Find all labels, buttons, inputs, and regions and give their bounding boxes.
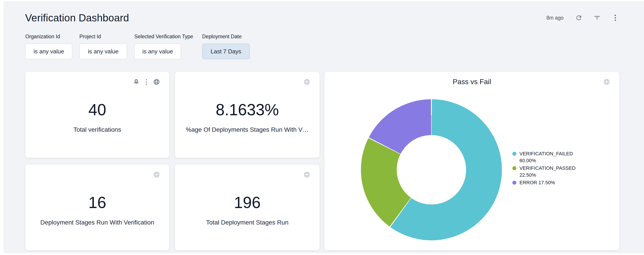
kpi-value: 40 — [25, 100, 169, 119]
globe-icon[interactable] — [303, 171, 311, 178]
header-controls: 8m ago — [546, 14, 619, 22]
tile-actions — [132, 78, 160, 86]
legend-swatch-icon — [512, 152, 516, 156]
filter-button[interactable] — [593, 14, 601, 22]
legend-swatch-icon — [512, 181, 516, 185]
bell-plus-icon[interactable] — [132, 78, 140, 86]
kpi-label: %age Of Deployments Stages Run With V… — [175, 126, 320, 133]
filter-label: Project Id — [80, 34, 127, 40]
last-refresh-timestamp: 8m ago — [546, 15, 564, 21]
kebab-menu-icon — [615, 15, 616, 21]
kpi-label: Total verifications — [25, 126, 169, 133]
kpi-value: 196 — [175, 193, 320, 212]
dashboard-more-button[interactable] — [612, 14, 619, 22]
tile-actions — [153, 171, 160, 178]
tile-total-stages-run: 196 Total Deployment Stages Run — [175, 165, 320, 250]
page-title: Verification Dashboard — [25, 12, 129, 24]
legend-item[interactable]: ERROR 17.50% — [512, 179, 589, 186]
legend-label: VERIFICATION_PASSED 22.50% — [520, 165, 589, 178]
tile-actions — [603, 78, 610, 86]
filter-deployment-date: Deployment Date Last 7 Days — [202, 34, 250, 59]
filter-label: Organization Id — [25, 34, 72, 40]
chart-legend: VERIFICATION_FAILED 60.00%VERIFICATION_P… — [512, 150, 589, 187]
filter-value-chip[interactable]: is any value — [134, 44, 181, 59]
filter-value-chip[interactable]: is any value — [25, 44, 72, 59]
kpi-value: 8.1633% — [175, 100, 320, 119]
globe-icon[interactable] — [153, 171, 160, 178]
globe-icon[interactable] — [303, 78, 311, 86]
filter-verification-type: Selected Verification Type is any value — [134, 34, 193, 59]
refresh-icon — [575, 14, 582, 21]
legend-item[interactable]: VERIFICATION_FAILED 60.00% — [512, 150, 589, 164]
tile-stages-run-with-verification: 16 Deployment Stages Run With Verificati… — [25, 165, 169, 250]
dashboard-content: Verification Dashboard 8m ago — [4, 1, 644, 253]
globe-icon[interactable] — [153, 78, 160, 86]
globe-icon[interactable] — [603, 78, 610, 86]
left-edge-strip — [0, 0, 4, 255]
top-edge-strip — [0, 0, 644, 1]
legend-item[interactable]: VERIFICATION_PASSED 22.50% — [512, 165, 589, 178]
kpi-label: Total Deployment Stages Run — [175, 219, 320, 226]
kebab-menu-icon[interactable] — [146, 79, 147, 85]
filter-project-id: Project Id is any value — [80, 34, 127, 59]
tile-total-verifications: 40 Total verifications — [25, 72, 169, 158]
tile-actions — [303, 78, 311, 86]
filter-list-icon — [594, 14, 601, 21]
tile-pct-stages-with-verification: 8.1633% %age Of Deployments Stages Run W… — [175, 72, 320, 158]
filter-value-chip[interactable]: Last 7 Days — [202, 44, 250, 59]
chart-title: Pass vs Fail — [324, 78, 619, 86]
dashboard-page: Verification Dashboard 8m ago — [0, 0, 644, 255]
bottom-edge-strip — [0, 253, 644, 255]
legend-swatch-icon — [512, 166, 516, 170]
tile-actions — [303, 171, 311, 178]
legend-label: VERIFICATION_FAILED 60.00% — [520, 150, 589, 164]
kpi-value: 16 — [25, 193, 169, 212]
filter-label: Deployment Date — [202, 34, 250, 40]
filter-value-chip[interactable]: is any value — [80, 44, 127, 59]
donut-chart[interactable] — [361, 99, 502, 240]
refresh-button[interactable] — [575, 14, 582, 22]
donut-hole — [397, 135, 466, 204]
pass-vs-fail-card: Pass vs Fail VERIFICATION_FAILED 60.00%V… — [324, 72, 619, 250]
kpi-label: Deployment Stages Run With Verification — [25, 219, 169, 226]
filter-label: Selected Verification Type — [134, 34, 193, 40]
legend-label: ERROR 17.50% — [520, 179, 589, 186]
filter-organization-id: Organization Id is any value — [25, 34, 72, 59]
